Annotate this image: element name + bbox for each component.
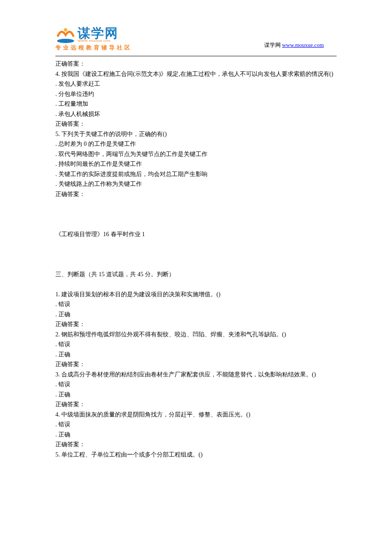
text-line — [55, 239, 337, 249]
header-source-link[interactable]: www.mouxue.com — [282, 42, 324, 48]
page: 谋学网 WWW.mouxue.com 专业远程教育辅导社区 谋学网 www.mo… — [0, 0, 392, 485]
text-line: 三、判断题（共 15 道试题，共 45 分。判断） — [55, 269, 337, 280]
text-line: 《工程项目管理》16 春平时作业 1 — [55, 229, 337, 240]
header-divider — [55, 56, 337, 56]
text-line: . 工程量增加 — [55, 99, 337, 109]
header-source: 谋学网 www.mouxue.com — [264, 41, 337, 52]
text-line: 1. 建设项目策划的根本目的是为建设项目的决策和实施增值。() — [55, 289, 337, 300]
text-line: . 错误 — [55, 299, 337, 309]
text-line: . 持续时间最长的工作是关键工作 — [55, 159, 337, 169]
text-line — [55, 219, 337, 229]
text-line: 5. 单位工程、子单位工程由一个或多个分部工程组成。() — [55, 450, 337, 460]
text-line: 正确答案： — [55, 119, 337, 129]
text-line — [55, 249, 337, 260]
text-line — [55, 209, 337, 220]
document-body: 正确答案：4. 按我国《建设工程施工合同(示范文本)》规定,在施工过程中，承包人… — [55, 59, 337, 460]
text-line: . 正确 — [55, 430, 337, 440]
svg-point-1 — [57, 39, 74, 43]
text-line: . 正确 — [55, 309, 337, 320]
text-line — [55, 259, 337, 269]
text-line: 正确答案： — [55, 59, 337, 69]
text-line: . 关键线路上的工作称为关键工作 — [55, 179, 337, 189]
text-line: . 错误 — [55, 339, 337, 350]
text-line: 正确答案： — [55, 399, 337, 410]
text-line — [55, 199, 337, 209]
logo-row: 谋学网 WWW.mouxue.com — [55, 26, 132, 43]
text-line: . 分包单位违约 — [55, 89, 337, 99]
text-line: 5. 下列关于关键工作的说明中，正确的有() — [55, 129, 337, 139]
text-line: 2. 钢筋和预埋件电弧焊部位外观不得有裂纹、咬边、凹陷、焊瘤、夹渣和气孔等缺陷。… — [55, 330, 337, 340]
text-line: 正确答案： — [55, 189, 337, 199]
text-line: . 关键工作的实际进度提前或拖后，均会对总工期产生影响 — [55, 169, 337, 179]
logo-icon — [55, 26, 76, 43]
text-line: 4. 中级墙面抹灰的质量的求是阴阳角找方，分层赶平、修整、表面压光。() — [55, 410, 337, 420]
header-source-prefix: 谋学网 — [264, 42, 282, 48]
text-line: 正确答案： — [55, 439, 337, 450]
text-line: . 发包人要求赶工 — [55, 79, 337, 89]
svg-point-0 — [64, 28, 67, 32]
text-line: . 总时差为 0 的工作是关键工作 — [55, 139, 337, 149]
text-line: . 正确 — [55, 390, 337, 400]
text-line: . 错误 — [55, 419, 337, 430]
text-line: . 正确 — [55, 350, 337, 360]
text-line: . 双代号网络图中，两端节点为关键节点的工作是关键工作 — [55, 149, 337, 159]
page-header: 谋学网 WWW.mouxue.com 专业远程教育辅导社区 谋学网 www.mo… — [55, 26, 337, 52]
logo-text-block: 谋学网 WWW.mouxue.com — [78, 27, 118, 43]
text-line: 正确答案： — [55, 359, 337, 370]
text-line — [55, 279, 337, 289]
text-line: . 错误 — [55, 379, 337, 390]
text-line: 4. 按我国《建设工程施工合同(示范文本)》规定,在施工过程中，承包人不可以向发… — [55, 69, 337, 79]
text-line: 3. 合成高分子卷材使用的粘结剂应由卷材生产厂家配套供应，不能随意替代，以免影响… — [55, 370, 337, 380]
text-line: 正确答案： — [55, 319, 337, 330]
logo-tagline: 专业远程教育辅导社区 — [55, 44, 132, 52]
logo-block: 谋学网 WWW.mouxue.com 专业远程教育辅导社区 — [55, 26, 132, 52]
logo-title: 谋学网 — [78, 27, 118, 40]
text-line: . 承包人机械损坏 — [55, 109, 337, 119]
